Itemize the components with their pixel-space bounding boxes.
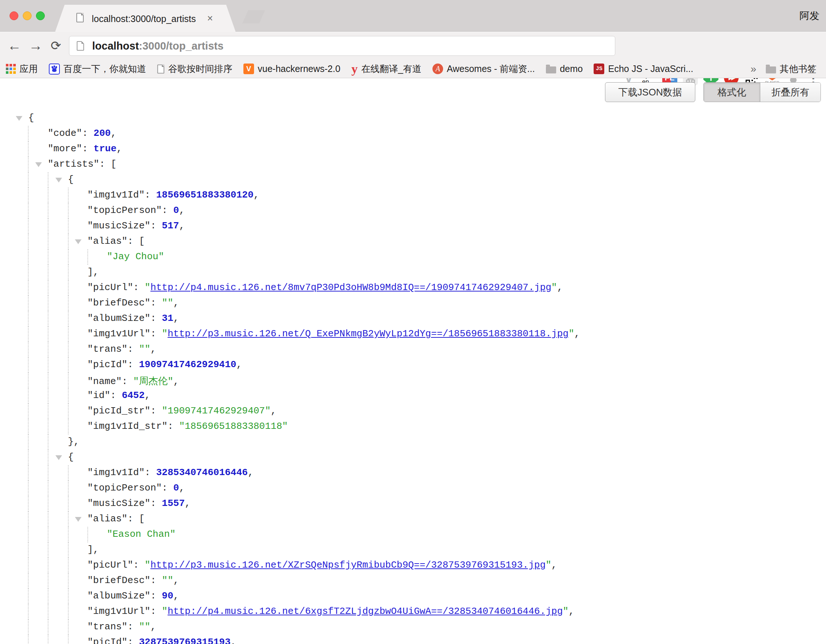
page-security-icon[interactable] xyxy=(77,41,84,51)
json-url-link[interactable]: http://p4.music.126.net/6xgsfT2ZLjdgzbwO… xyxy=(168,606,563,617)
download-json-button[interactable]: 下载JSON数据 xyxy=(605,82,695,102)
json-line-text: "trans": "", xyxy=(87,344,156,355)
indent-guide xyxy=(48,604,48,619)
json-token: "alias" xyxy=(87,236,127,247)
indent-guide xyxy=(68,542,69,558)
zoom-window-button[interactable] xyxy=(36,11,45,20)
collapse-triangle-icon[interactable] xyxy=(75,517,81,522)
json-line-text: "alias": [ xyxy=(87,236,144,247)
collapse-triangle-icon[interactable] xyxy=(16,116,22,121)
json-token: , xyxy=(151,621,157,632)
collapse-triangle-icon[interactable] xyxy=(35,162,42,167)
address-toolbar: ← → ⟳ localhost:3000/top_artists V 英 en … xyxy=(0,32,826,60)
json-token: 19097417462929410 xyxy=(139,359,236,370)
json-token: , xyxy=(173,590,179,601)
json-line: "more": true, xyxy=(0,141,826,157)
bookmark-demo-folder[interactable]: demo xyxy=(546,64,583,74)
back-button[interactable]: ← xyxy=(7,36,21,55)
json-url-link[interactable]: http://p4.music.126.net/8mv7qP30Pd3oHW8b… xyxy=(151,282,551,293)
url-input[interactable]: localhost:3000/top_artists xyxy=(69,36,615,56)
json-token: : xyxy=(122,376,133,387)
json-tree: {"code": 200,"more": true,"artists": [{"… xyxy=(0,110,826,644)
json-token: ], xyxy=(87,267,99,278)
collapse-triangle-icon[interactable] xyxy=(56,455,62,460)
json-line-text: { xyxy=(68,174,74,185)
indent-guide xyxy=(48,573,48,588)
bookmarks-overflow-chevron[interactable]: » xyxy=(750,63,756,75)
json-token: : xyxy=(127,621,139,632)
indent-guide xyxy=(48,465,48,481)
json-token: , xyxy=(144,390,151,401)
indent-guide xyxy=(48,542,48,558)
json-line: "img1v1Id": 3285340746016446, xyxy=(0,465,826,481)
json-token: "code" xyxy=(48,128,82,139)
baidu-paw-icon xyxy=(49,64,60,74)
indent-guide xyxy=(48,234,48,249)
indent-guide xyxy=(28,573,29,588)
json-line: "topicPerson": 0, xyxy=(0,481,826,496)
tab-close-icon[interactable]: × xyxy=(207,13,213,24)
format-button[interactable]: 格式化 xyxy=(704,82,760,102)
indent-guide xyxy=(28,280,29,296)
other-bookmarks[interactable]: 其他书签 xyxy=(766,63,817,75)
json-line: ], xyxy=(0,542,826,558)
json-token: " xyxy=(162,328,168,339)
browser-tab[interactable]: localhost:3000/top_artists × xyxy=(55,5,236,32)
bookmark-awesomes[interactable]: A Awesomes - 前端资... xyxy=(432,63,535,75)
json-token: , xyxy=(173,376,179,387)
indent-guide xyxy=(48,265,48,280)
new-tab-button[interactable] xyxy=(242,10,265,23)
json-token: , xyxy=(254,189,259,200)
indent-guide xyxy=(68,372,69,388)
json-token: , xyxy=(116,143,122,154)
profile-name[interactable]: 阿发 xyxy=(800,9,820,22)
json-url-link[interactable]: http://p3.music.126.net/XZrSQeNpsfjyRmib… xyxy=(151,560,546,571)
minimize-window-button[interactable] xyxy=(23,11,31,20)
json-token: , xyxy=(179,220,185,231)
url-path: :3000/top_artists xyxy=(139,40,224,52)
bookmark-vue-hackernews[interactable]: V vue-hackernews-2.0 xyxy=(244,64,340,74)
indent-guide xyxy=(28,619,29,635)
json-token: 6452 xyxy=(122,390,144,401)
indent-guide xyxy=(48,296,48,311)
json-line: "picUrl": "http://p3.music.126.net/XZrSQ… xyxy=(0,558,826,573)
url-text[interactable]: localhost:3000/top_artists xyxy=(92,40,224,52)
collapse-triangle-icon[interactable] xyxy=(56,178,62,183)
json-token: : xyxy=(127,359,139,370)
json-token: "img1v1Url" xyxy=(87,328,151,339)
json-token: : xyxy=(151,297,162,309)
json-token: "musicSize" xyxy=(87,220,151,231)
collapse-triangle-icon[interactable] xyxy=(75,239,81,244)
json-token: : xyxy=(110,390,121,401)
json-token: , xyxy=(236,359,242,370)
bookmark-apps[interactable]: 应用 xyxy=(6,63,38,75)
indent-guide xyxy=(48,172,48,188)
indent-guide xyxy=(28,588,29,604)
bookmark-baidu[interactable]: 百度一下，你就知道 xyxy=(49,63,146,75)
bookmark-google-sort[interactable]: 谷歌按时间排序 xyxy=(157,63,232,75)
json-token: "topicPerson" xyxy=(87,483,162,493)
bookmark-echojs[interactable]: JS Echo JS - JavaScri... xyxy=(594,64,693,74)
json-token: 200 xyxy=(94,128,111,139)
json-token: : xyxy=(151,606,162,617)
folder-icon xyxy=(766,67,776,73)
forward-button[interactable]: → xyxy=(29,36,43,55)
indent-guide xyxy=(68,635,69,644)
indent-guide xyxy=(28,249,29,265)
indent-guide xyxy=(68,311,69,326)
close-window-button[interactable] xyxy=(9,11,19,20)
json-token: , xyxy=(179,205,185,216)
json-line-text: "more": true, xyxy=(48,143,122,154)
json-line: "img1v1Id": 18569651883380120, xyxy=(0,188,826,203)
indent-guide xyxy=(28,511,29,527)
collapse-all-button[interactable]: 折叠所有 xyxy=(760,82,820,102)
json-token: "more" xyxy=(48,143,82,154)
json-line: "trans": "", xyxy=(0,619,826,635)
bookmark-youdao-translate[interactable]: y 在线翻译_有道 xyxy=(351,63,421,75)
json-url-link[interactable]: http://p3.music.126.net/Q_ExePNkmgB2yWyL… xyxy=(168,328,568,339)
reload-button[interactable]: ⟳ xyxy=(51,36,61,55)
json-line: "musicSize": 1557, xyxy=(0,496,826,511)
json-token: " xyxy=(162,606,168,617)
json-token: 0 xyxy=(173,205,179,216)
indent-guide xyxy=(68,249,69,265)
